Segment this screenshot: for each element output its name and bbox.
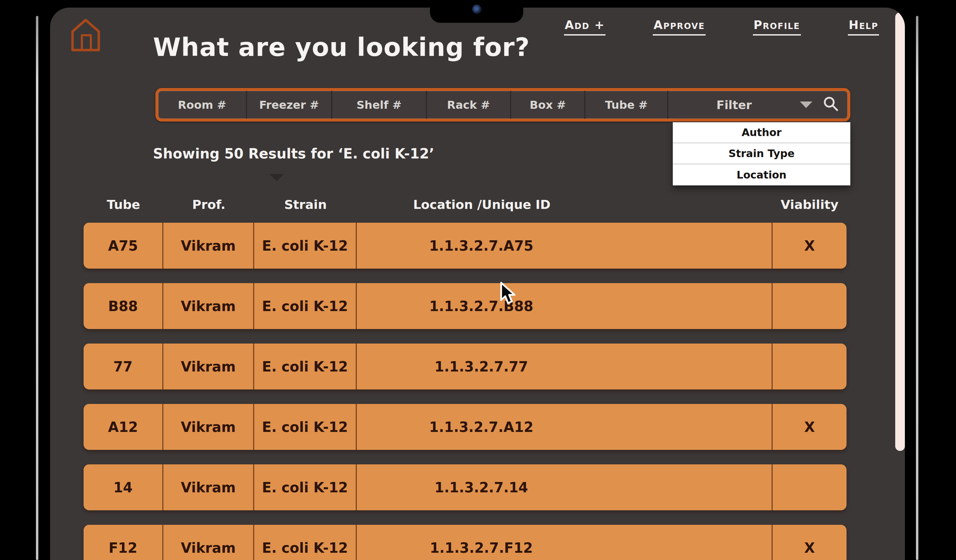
cell-tube: A75 <box>83 223 164 268</box>
table-row[interactable]: A12 Vikram E. coli K-12 1.1.3.2.7.A12 X <box>83 404 846 450</box>
collapse-triangle-icon[interactable] <box>269 174 284 181</box>
results-summary: Showing 50 Results for ‘E. coli K-12’ <box>153 146 434 162</box>
chevron-down-icon <box>800 102 812 108</box>
table-row[interactable]: A75 Vikram E. coli K-12 1.1.3.2.7.A75 X <box>83 223 846 268</box>
cell-location: 1.1.3.2.7.A75 <box>357 223 773 268</box>
nav-profile-button[interactable]: Profile <box>753 18 801 36</box>
filter-dropdown-button[interactable]: Filter <box>668 91 848 119</box>
nav-approve-button[interactable]: Approve <box>653 18 706 36</box>
cell-viability <box>773 464 846 510</box>
cell-prof: Vikram <box>164 464 254 510</box>
search-icon[interactable] <box>823 96 838 114</box>
search-segment-shelf[interactable]: Shelf # <box>332 91 427 119</box>
header-location: Location /Unique ID <box>357 198 773 212</box>
header-viability: Viability <box>773 198 846 212</box>
filter-dropdown-menu: Author Strain Type Location <box>673 122 850 185</box>
cell-strain: E. coli K-12 <box>254 223 357 268</box>
home-icon <box>69 48 102 55</box>
cell-strain: E. coli K-12 <box>254 344 357 389</box>
dropdown-item-author[interactable]: Author <box>673 122 850 143</box>
table-header-row: Tube Prof. Strain Location /Unique ID Vi… <box>83 198 846 212</box>
table-row[interactable]: 77 Vikram E. coli K-12 1.1.3.2.7.77 <box>83 344 846 389</box>
scrollbar-thumb[interactable] <box>895 13 905 451</box>
app-screen: What are you looking for? Add + Approve … <box>50 8 905 560</box>
cell-tube: 14 <box>83 464 164 510</box>
cell-prof: Vikram <box>164 223 254 268</box>
cell-location: 1.1.3.2.7.A12 <box>357 404 773 450</box>
top-nav: Add + Approve Profile Help <box>564 18 879 36</box>
search-segment-tube[interactable]: Tube # <box>585 91 668 119</box>
page-title: What are you looking for? <box>153 33 530 62</box>
cell-viability: X <box>773 404 846 450</box>
search-segment-freezer[interactable]: Freezer # <box>247 91 332 119</box>
nav-add-button[interactable]: Add + <box>564 18 605 36</box>
table-row[interactable]: B88 Vikram E. coli K-12 1.1.3.2.7.B88 <box>83 283 846 329</box>
cell-strain: E. coli K-12 <box>254 525 357 560</box>
table-row[interactable]: F12 Vikram E. coli K-12 1.1.3.2.7.F12 X <box>83 525 846 560</box>
cell-location: 1.1.3.2.7.F12 <box>357 525 773 560</box>
cell-prof: Vikram <box>164 283 254 329</box>
home-button[interactable] <box>69 17 102 53</box>
search-bar: Room # Freezer # Shelf # Rack # Box # Tu… <box>156 88 850 122</box>
cell-viability <box>773 283 846 329</box>
cell-tube: 77 <box>83 344 164 389</box>
cell-viability: X <box>773 223 846 268</box>
cell-tube: F12 <box>83 525 164 560</box>
search-segment-room[interactable]: Room # <box>158 91 247 119</box>
header-strain: Strain <box>254 198 357 212</box>
header-tube: Tube <box>83 198 164 212</box>
nav-help-button[interactable]: Help <box>848 18 879 36</box>
cell-location: 1.1.3.2.7.14 <box>357 464 773 510</box>
search-segment-box[interactable]: Box # <box>511 91 585 119</box>
camera-notch <box>430 0 523 23</box>
cell-prof: Vikram <box>164 344 254 389</box>
cell-prof: Vikram <box>164 404 254 450</box>
cell-tube: B88 <box>83 283 164 329</box>
header-prof: Prof. <box>164 198 254 212</box>
device-frame: What are you looking for? Add + Approve … <box>0 0 956 560</box>
cell-strain: E. coli K-12 <box>254 404 357 450</box>
device-edge-left <box>36 16 38 560</box>
dropdown-item-location[interactable]: Location <box>673 164 850 185</box>
results-table: A75 Vikram E. coli K-12 1.1.3.2.7.A75 X … <box>83 223 846 560</box>
table-row[interactable]: 14 Vikram E. coli K-12 1.1.3.2.7.14 <box>83 464 846 510</box>
cell-viability <box>773 344 846 389</box>
camera-icon <box>472 5 481 14</box>
cell-viability: X <box>773 525 846 560</box>
cell-location: 1.1.3.2.7.B88 <box>357 283 773 329</box>
filter-label: Filter <box>668 98 800 112</box>
mouse-cursor-icon <box>499 281 520 307</box>
cell-tube: A12 <box>83 404 164 450</box>
cell-prof: Vikram <box>164 525 254 560</box>
cell-location: 1.1.3.2.7.77 <box>357 344 773 389</box>
device-edge-right <box>916 16 918 560</box>
cell-strain: E. coli K-12 <box>254 464 357 510</box>
cell-strain: E. coli K-12 <box>254 283 357 329</box>
search-segment-rack[interactable]: Rack # <box>427 91 511 119</box>
dropdown-item-strain-type[interactable]: Strain Type <box>673 143 850 164</box>
